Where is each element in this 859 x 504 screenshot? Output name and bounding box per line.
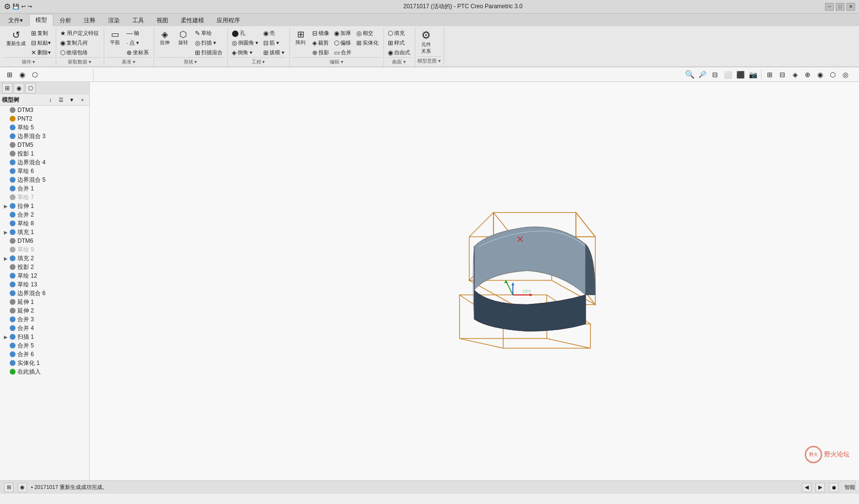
panel-tab-folder[interactable]: ⬡: [25, 83, 36, 94]
tree-item[interactable]: 边界混合 3: [0, 132, 89, 141]
tree-item[interactable]: 草绘 8: [0, 219, 89, 228]
tree-item[interactable]: DTM6: [0, 236, 89, 245]
btn-extrude[interactable]: ◈ 拉伸: [156, 29, 174, 47]
btn-copy[interactable]: ⊞复制: [29, 29, 53, 38]
tree-item[interactable]: 投影 2: [0, 263, 89, 271]
tree-item[interactable]: 合并 4: [0, 324, 89, 332]
panel-tab-tree[interactable]: ⊞: [2, 83, 13, 94]
btn-sketch[interactable]: ✎草绘: [193, 29, 224, 38]
zoom-window-btn[interactable]: ⬜: [722, 69, 733, 80]
tree-item[interactable]: 合并 1: [0, 184, 89, 193]
tree-item[interactable]: 延伸 2: [0, 306, 89, 315]
btn-csys[interactable]: ⊕坐标系: [125, 48, 151, 57]
btn-fillet[interactable]: ◎倒圆角 ▾: [230, 38, 260, 47]
view-option4-btn[interactable]: ⊕: [802, 69, 813, 80]
btn-paste[interactable]: ⊟粘贴▾: [29, 38, 53, 47]
panel-display-btn[interactable]: ⬡: [29, 69, 41, 80]
tab-apps[interactable]: 应用程序: [210, 15, 246, 26]
tab-render[interactable]: 渲染: [102, 15, 126, 26]
tree-item[interactable]: 草绘 13: [0, 280, 89, 289]
tree-item[interactable]: ▶扫描 1: [0, 332, 89, 341]
zoom-out-btn[interactable]: 🔎: [697, 69, 708, 80]
tree-item[interactable]: 草绘 6: [0, 167, 89, 175]
view-box-btn[interactable]: ⬛: [734, 69, 746, 80]
panel-layers-btn[interactable]: ◉: [16, 69, 28, 80]
quick-redo-icon[interactable]: ↪: [28, 3, 32, 10]
tree-item[interactable]: 边界混合 4: [0, 158, 89, 167]
tree-item[interactable]: 合并 6: [0, 350, 89, 359]
btn-axis[interactable]: —轴: [125, 29, 151, 38]
tab-annotation[interactable]: 注释: [78, 15, 102, 26]
view-option7-btn[interactable]: ◎: [840, 69, 851, 80]
panel-toggle-btn[interactable]: ⊞: [4, 69, 16, 80]
tree-item[interactable]: ▶填充 1: [0, 228, 89, 236]
panel-tab-layer[interactable]: ◉: [14, 83, 24, 94]
btn-project[interactable]: ⊕投影: [310, 48, 331, 57]
zoom-fit-btn[interactable]: ⊟: [709, 69, 721, 80]
btn-thicken[interactable]: ◉加厚: [332, 29, 353, 38]
tree-item[interactable]: 边界混合 6: [0, 289, 89, 298]
tree-item[interactable]: PNT2: [0, 114, 89, 123]
btn-relations[interactable]: ⚙ 元件关系: [417, 29, 435, 56]
tree-item[interactable]: 草绘 5: [0, 123, 89, 132]
view-option5-btn[interactable]: ◉: [814, 69, 826, 80]
btn-pattern[interactable]: ⊞ 阵列: [292, 29, 309, 47]
tree-dropdown-btn[interactable]: ▼: [67, 95, 77, 104]
btn-solidify[interactable]: ⊞实体化: [354, 38, 381, 47]
tab-analysis[interactable]: 分析: [53, 15, 78, 26]
tab-file[interactable]: 文件▾: [2, 15, 29, 26]
tree-sort-btn[interactable]: ↕: [46, 95, 55, 104]
tab-tools[interactable]: 工具: [126, 15, 150, 26]
view-option1-btn[interactable]: ⊞: [764, 69, 776, 80]
view-option3-btn[interactable]: ◈: [789, 69, 801, 80]
tab-model[interactable]: 模型: [29, 14, 53, 26]
btn-freeform[interactable]: ◉自由式: [386, 48, 412, 57]
btn-fill[interactable]: ⬡填充: [386, 29, 412, 38]
btn-hole[interactable]: ⬤孔: [230, 29, 260, 38]
tree-add-btn[interactable]: +: [78, 95, 87, 104]
tree-item[interactable]: 合并 2: [0, 210, 89, 219]
tab-view[interactable]: 视图: [150, 15, 175, 26]
btn-shrink[interactable]: ⬡收缩包络: [58, 48, 101, 57]
btn-revolve[interactable]: ⬡ 旋转: [175, 29, 192, 47]
btn-plane[interactable]: ▭ 平面: [106, 29, 124, 47]
tree-item[interactable]: 在此插入: [0, 367, 89, 376]
btn-merge[interactable]: ▭合并: [332, 48, 353, 57]
tree-item[interactable]: DTM3: [0, 106, 89, 114]
tree-item[interactable]: 边界混合 5: [0, 175, 89, 184]
btn-intersect[interactable]: ◎相交: [354, 29, 381, 38]
maximize-button[interactable]: □: [836, 3, 844, 11]
tree-item[interactable]: ▶填充 2: [0, 254, 89, 263]
btn-sweep-blend[interactable]: ⊞扫描混合: [193, 48, 224, 57]
tree-item[interactable]: DTM5: [0, 141, 89, 149]
status-record-btn[interactable]: ⏺: [829, 483, 839, 492]
quick-undo-icon[interactable]: ↩: [21, 3, 26, 10]
tree-item[interactable]: 草绘 12: [0, 271, 89, 280]
tree-menu-btn[interactable]: ☰: [56, 95, 66, 104]
view-option2-btn[interactable]: ⊟: [777, 69, 788, 80]
minimize-button[interactable]: ─: [825, 3, 834, 11]
status-arrow-next[interactable]: ▶: [815, 483, 825, 492]
quick-save-icon[interactable]: 💾: [13, 3, 19, 10]
tree-item[interactable]: 草绘 9: [0, 245, 89, 254]
btn-copy-geo[interactable]: ◉复制几何: [58, 38, 101, 47]
btn-user-feature[interactable]: ★用户定义特征: [58, 29, 101, 38]
btn-chamfer[interactable]: ◈倒角 ▾: [230, 48, 260, 57]
btn-draft[interactable]: ⊞拔模 ▾: [261, 48, 286, 57]
btn-offset[interactable]: ⬡偏移: [332, 38, 353, 47]
tree-item[interactable]: 合并 5: [0, 341, 89, 350]
btn-point[interactable]: ·点 ▾: [125, 38, 151, 47]
close-button[interactable]: ✕: [846, 3, 855, 11]
tab-flexible[interactable]: 柔性建模: [175, 15, 210, 26]
btn-rib[interactable]: ⊟筋 ▾: [261, 38, 286, 47]
btn-style[interactable]: ⊞样式: [386, 38, 412, 47]
view-saved-btn[interactable]: 📷: [747, 69, 759, 80]
canvas[interactable]: DEF 野火 野火论坛: [90, 82, 859, 480]
status-btn-1[interactable]: ⊞: [4, 483, 14, 492]
btn-mirror[interactable]: ⊟镜像: [310, 29, 331, 38]
tree-item[interactable]: ▶拉伸 1: [0, 202, 89, 210]
view-option6-btn[interactable]: ⬡: [827, 69, 839, 80]
status-arrow-prev[interactable]: ◀: [802, 483, 811, 492]
btn-delete[interactable]: ✕删除▾: [29, 48, 53, 57]
btn-regenerate[interactable]: ↺ 重新生成: [4, 29, 28, 48]
